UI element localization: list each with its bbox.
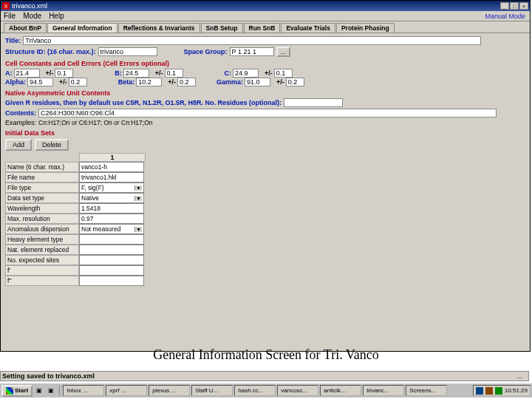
start-button[interactable]: Start [1,385,33,397]
beta-label: Beta: [118,78,135,86]
row-filetype-select[interactable]: F, sig(F)▼ [79,183,144,193]
row-heavy-label: Heavy element type [5,234,79,245]
tab-general[interactable]: General Information [47,23,117,33]
menubar: File Mode Help Manual Mode [1,11,530,21]
gamma-input[interactable] [245,78,270,86]
space-browse-button[interactable]: ... [276,47,291,57]
tray-icon[interactable] [485,387,493,395]
task-item[interactable]: Inbox ... [63,385,104,396]
row-name-label: Name (6 char. max.) [5,162,79,172]
b-input[interactable] [123,69,149,78]
a-err-input[interactable] [55,69,73,78]
row-fpp-label: f'' [5,276,79,286]
struct-label: Structure ID: (16 char. max.): [5,48,96,55]
a-pm-label: +/- [46,69,54,77]
beta-pm-label: +/- [168,78,176,86]
a-label: A: [5,69,13,77]
chevron-down-icon: ▼ [134,185,142,191]
delete-button[interactable]: Delete [35,139,69,151]
row-anom-select[interactable]: Not measured▼ [79,224,144,234]
tab-about[interactable]: About BnP [4,23,47,33]
tab-run[interactable]: Run SnB [244,23,281,33]
status-message: Setting saved to trivanco.xml [2,372,512,380]
mode-indicator[interactable]: Manual Mode [485,13,525,20]
status-dots: ... [512,372,527,380]
row-natrep-label: Nat. element replaced [5,245,79,255]
menu-file[interactable]: File [4,12,16,20]
given-label: Given R residues, then by default use C5… [5,99,282,106]
tab-setup[interactable]: SnB Setup [201,23,243,33]
tab-phasing[interactable]: Protein Phasing [336,23,395,33]
titlebar-filename: trivanco.xml [12,2,500,10]
title-label: Title: [5,37,21,44]
c-input[interactable] [233,69,259,78]
task-item[interactable]: anticlk... [320,385,361,396]
clock[interactable]: 10:51:29 [505,387,528,394]
gamma-pm-label: +/- [276,78,284,86]
alpha-err-input[interactable] [69,78,87,86]
windows-icon [6,387,13,395]
row-expected-input[interactable] [79,255,144,265]
close-button[interactable]: × [519,2,528,10]
menu-help[interactable]: Help [49,12,64,20]
row-filename-input[interactable] [79,172,144,183]
row-filename-label: File name [5,172,79,183]
maximize-button[interactable]: □ [510,2,519,10]
section-data-title: Initial Data Sets [5,129,525,137]
col-header-1: 1 [79,153,146,162]
row-dataset-select[interactable]: Native▼ [79,193,144,203]
row-fp-input[interactable] [79,265,144,276]
row-name-input[interactable] [79,162,144,172]
struct-input[interactable] [98,47,157,56]
row-fpp-input[interactable] [79,276,144,286]
task-item[interactable]: trivanc... [363,385,404,396]
tabs: About BnP General Information Reflection… [1,21,530,33]
title-input[interactable] [23,36,481,45]
alpha-input[interactable] [27,78,53,86]
row-fp-label: f' [5,265,79,276]
b-err-input[interactable] [165,69,183,78]
task-item[interactable]: Staff U... [191,385,233,396]
data-table: 1 Name (6 char. max.) File name File typ… [5,153,525,286]
row-natrep-input[interactable] [79,245,144,255]
c-err-input[interactable] [274,69,293,78]
c-pm-label: +/- [265,69,273,77]
slide-caption: General Information Screen for Tri. Vanc… [0,347,532,363]
row-wavelength-input[interactable] [79,203,144,214]
row-heavy-input[interactable] [79,234,144,245]
task-item[interactable]: xprf ... [106,385,147,396]
a-input[interactable] [14,69,40,78]
gamma-label: Gamma: [216,78,243,86]
contents-input[interactable] [38,109,497,117]
residues-input[interactable] [284,98,343,107]
system-tray: 10:51:29 [473,385,531,396]
space-input[interactable] [230,47,274,56]
row-maxres-label: Max. resolution [5,214,79,224]
task-item[interactable]: Screens... [406,385,447,396]
row-maxres-input[interactable] [79,214,144,224]
quicklaunch-icon[interactable]: ▣ [34,386,44,396]
tray-icon[interactable] [476,387,483,395]
titlebar: X trivanco.xml _ □ × [1,1,530,11]
add-button[interactable]: Add [5,139,32,151]
section-cell-title: Cell Constants and Cell Errors (Cell Err… [5,60,525,67]
c-label: C: [225,69,232,77]
section-native-title: Native Asymmetric Unit Contents [5,89,525,97]
quicklaunch-icon[interactable]: ▣ [46,386,56,396]
row-dataset-label: Data set type [5,193,79,203]
task-item[interactable]: vancosc... [277,385,318,396]
minimize-button[interactable]: _ [500,2,509,10]
beta-input[interactable] [136,78,162,86]
chevron-down-icon: ▼ [134,227,142,232]
tray-icon[interactable] [495,387,502,395]
beta-err-input[interactable] [177,78,196,86]
b-label: B: [115,69,122,77]
space-label: Space Group: [184,48,228,55]
menu-mode[interactable]: Mode [23,12,41,20]
tab-evaluate[interactable]: Evaluate Trials [281,23,335,33]
tab-reflections[interactable]: Reflections & Invariants [118,23,200,33]
task-item[interactable]: plexus ... [149,385,190,396]
task-item[interactable]: hash cc... [234,385,276,396]
examples-label: Examples: [5,119,36,126]
gamma-err-input[interactable] [286,78,304,86]
